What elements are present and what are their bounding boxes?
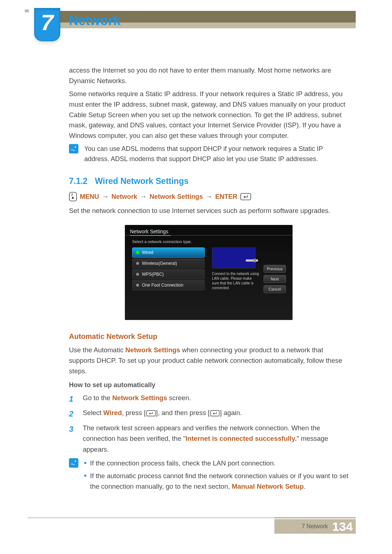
chapter-number: 7 (41, 11, 53, 34)
step-list: 1 Go to the Network Settings screen. 2 S… (69, 393, 348, 455)
tip-text: If the connection process fails, check t… (90, 458, 275, 469)
dialog-help-text: Connect to the network using LAN cable. … (212, 271, 259, 290)
keyword: Manual Network Setup (232, 483, 303, 490)
keyword: Network Settings (112, 394, 167, 402)
footer-line-gray (28, 517, 274, 518)
arrow-icon: → (140, 193, 147, 201)
radio-selected-icon (136, 251, 139, 254)
svg-rect-3 (146, 411, 155, 416)
footer-label: 7 Network (302, 523, 328, 530)
step-text: Go to the Network Settings screen. (83, 393, 348, 405)
note-icon (69, 458, 78, 468)
text: ], and then press [ (156, 409, 210, 416)
svg-rect-0 (69, 192, 77, 201)
enter-icon (146, 409, 156, 420)
option-one-foot[interactable]: One Foot Connection (132, 280, 205, 290)
text: ] again. (220, 409, 242, 416)
plug-icon (254, 259, 256, 262)
svg-point-1 (72, 195, 73, 196)
badge-shoulder (25, 9, 29, 12)
step-text: Select Wired, press [], and then press [… (83, 407, 348, 420)
remote-icon (69, 192, 77, 201)
text: . (304, 483, 306, 490)
text: screen. (167, 394, 191, 402)
enter-icon (240, 193, 251, 200)
chapter-title: Network (69, 13, 121, 28)
page: 7 Network access the Internet so you do … (0, 0, 392, 554)
footer-line-beige (274, 517, 356, 518)
footer-page-number: 134 (332, 520, 353, 534)
auto-setup-heading: Automatic Network Setup (69, 332, 348, 341)
tip-body: If the connection process fails, check t… (84, 458, 348, 494)
step-2: 2 Select Wired, press [], and then press… (69, 407, 348, 420)
keyword-network-settings: Network Settings (125, 346, 180, 354)
chapter-badge: 7 (34, 8, 60, 41)
bullet-icon (84, 462, 86, 464)
footer-block: 7 Network 134 (274, 519, 356, 534)
radio-icon (136, 262, 139, 265)
dialog-option-list: Wired Wireless(General) WPS(PBC) One Foo… (132, 247, 205, 291)
tip-block: If the connection process fails, check t… (69, 458, 348, 494)
section-title: Wired Network Settings (95, 176, 189, 186)
tip-text: If the automatic process cannot find the… (90, 471, 348, 492)
section-heading: 7.1.2 Wired Network Settings (69, 176, 348, 186)
content-area: access the Internet so you do not have t… (69, 65, 348, 494)
option-wireless[interactable]: Wireless(General) (132, 258, 205, 268)
howto-heading: How to set up automatically (69, 381, 348, 389)
option-label: Wired (142, 250, 153, 255)
arrow-icon: → (102, 193, 109, 201)
cancel-button[interactable]: Cancel (264, 285, 286, 293)
tip-1: If the connection process fails, check t… (84, 458, 348, 469)
intro-paragraph-2: Some networks require a Static IP addres… (69, 89, 348, 141)
option-label: One Foot Connection (142, 283, 183, 288)
footer: 7 Network 134 (28, 516, 356, 534)
step-text: The network test screen appears and veri… (83, 423, 348, 455)
note-text: You can use ADSL modems that support DHC… (84, 144, 348, 164)
dialog-subtitle: Select a network connection type. (132, 239, 192, 244)
path-network-settings: Network Settings (150, 193, 203, 201)
intro-paragraph-1: access the Internet so you do not have t… (69, 65, 348, 86)
auto-setup-paragraph: Use the Automatic Network Settings when … (69, 345, 348, 376)
text: Use the Automatic (69, 346, 125, 354)
enter-icon (210, 409, 220, 420)
keyword: Internet is connected successfully. (185, 435, 297, 442)
note-icon (69, 144, 78, 153)
svg-rect-4 (211, 411, 219, 416)
option-label: WPS(PBC) (142, 272, 164, 277)
step-number: 2 (69, 407, 76, 420)
path-network: Network (111, 193, 137, 201)
dialog-title: Network Settings (130, 229, 168, 234)
bullet-icon (84, 475, 86, 477)
tip-2: If the automatic process cannot find the… (84, 471, 348, 492)
text: Select (83, 409, 103, 416)
device-dialog: Network Settings Select a network connec… (125, 225, 293, 320)
radio-icon (136, 273, 139, 276)
step-1: 1 Go to the Network Settings screen. (69, 393, 348, 405)
step-number: 1 (69, 393, 76, 405)
note-block: You can use ADSL modems that support DHC… (69, 144, 348, 164)
previous-button[interactable]: Previous (264, 265, 286, 273)
arrow-icon: → (206, 193, 212, 201)
menu-label: MENU (80, 193, 99, 201)
section-number: 7.1.2 (69, 176, 87, 186)
step-3: 3 The network test screen appears and ve… (69, 423, 348, 455)
next-button[interactable]: Next (264, 275, 286, 283)
text: , press [ (122, 409, 146, 416)
option-wps[interactable]: WPS(PBC) (132, 269, 205, 279)
dialog-preview (212, 247, 256, 268)
keyword: Wired (103, 409, 122, 416)
radio-icon (136, 284, 139, 287)
step-number: 3 (69, 423, 76, 455)
menu-path: MENU → Network → Network Settings → ENTE… (69, 192, 348, 201)
dialog-buttons: Previous Next Cancel (264, 265, 286, 293)
section-description: Set the network connection to use Intern… (69, 206, 348, 216)
dialog-accent (130, 235, 171, 236)
option-wired[interactable]: Wired (132, 247, 205, 258)
text: If the automatic process cannot find the… (90, 472, 348, 490)
option-label: Wireless(General) (142, 261, 177, 266)
text: Go to the (83, 394, 112, 402)
svg-rect-2 (241, 193, 251, 200)
cable-icon (246, 259, 258, 262)
enter-label: ENTER (215, 193, 237, 201)
